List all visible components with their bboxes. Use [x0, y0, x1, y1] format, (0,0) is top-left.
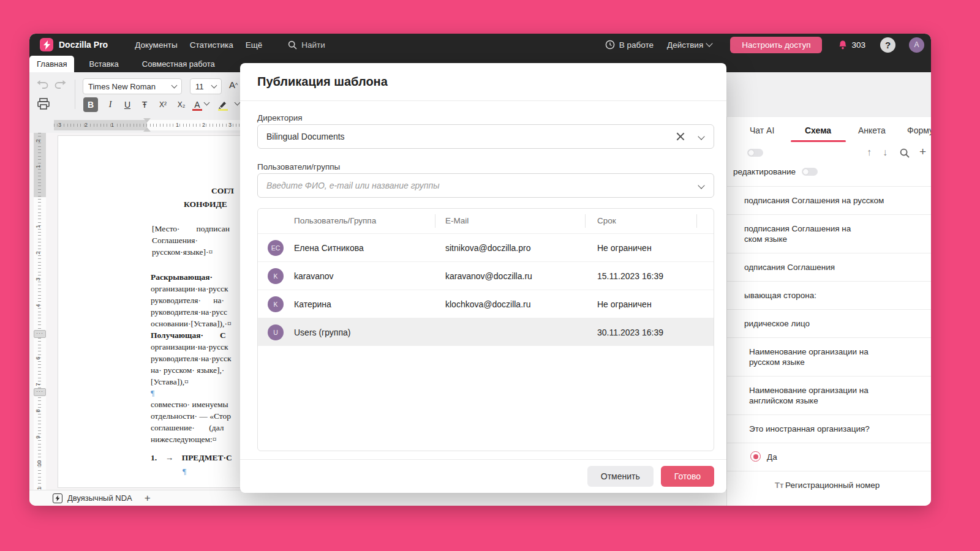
doc-text-line: [Место· подписан: [152, 224, 230, 234]
doc-text-line: Раскрывающая·: [151, 272, 213, 282]
doc-text-line: 1. → ПРЕДМЕТ·С: [151, 453, 232, 463]
italic-button[interactable]: I: [103, 97, 118, 112]
table-row[interactable]: ECЕлена Ситниковаsitnikova@doczilla.proН…: [258, 233, 714, 261]
clock-icon: [605, 40, 615, 50]
table-header: Пользователь/Группа E-Mail Срок: [258, 209, 714, 233]
ruler-number: 2: [35, 139, 41, 142]
schema-item-9[interactable]: TтРегистрационный номер: [727, 471, 931, 499]
panel-tab-3[interactable]: Формул...: [907, 126, 931, 135]
ruler-section-marker[interactable]: ···: [34, 388, 46, 396]
avatar[interactable]: A: [909, 37, 924, 53]
ruler-number: 3: [228, 122, 232, 128]
schema-item-0[interactable]: подписания Соглашения на русском: [727, 186, 931, 214]
ruler-number: 8: [35, 409, 41, 412]
doc-text-line: на· русском· языке],·: [151, 365, 224, 375]
schema-item-1[interactable]: подписания Соглашения на ском языке: [727, 214, 931, 253]
bold-button[interactable]: B: [83, 97, 98, 112]
chevron-down-icon: [698, 182, 704, 189]
user-name: karavanov: [294, 271, 435, 281]
underline-button[interactable]: U: [120, 97, 135, 112]
publish-template-modal: Публикация шаблона Директория Bilingual …: [240, 63, 726, 493]
chevron-down-icon[interactable]: [205, 102, 209, 105]
menu-item-1[interactable]: Статистика: [190, 40, 233, 50]
search-icon: [288, 40, 297, 50]
modal-header: Публикация шаблона: [240, 63, 726, 101]
ruler-ticks: [38, 133, 41, 497]
table-row[interactable]: UUsers (группа)30.11.2023 16:39: [258, 318, 714, 346]
panel-search-icon[interactable]: [900, 148, 910, 160]
ruler-number: 3: [35, 277, 41, 280]
table-row[interactable]: Kkaravanovkaravanov@doczilla.ru15.11.202…: [258, 261, 714, 290]
menu-item-2[interactable]: Ещё: [246, 40, 263, 50]
actions-menu[interactable]: Действия: [667, 40, 712, 50]
panel-tab-2[interactable]: Анкета: [858, 126, 886, 135]
col-term: Срок: [586, 214, 697, 228]
configure-access-button[interactable]: Настроить доступ: [730, 37, 822, 53]
font-family-value: Times New Roman: [88, 82, 156, 91]
redo-button[interactable]: [54, 79, 66, 89]
ribbon-tab-2[interactable]: Совместная работа: [135, 56, 222, 72]
strikethrough-button[interactable]: Ŧ: [137, 97, 152, 112]
schema-item-7[interactable]: Это иностранная организация?: [727, 414, 931, 443]
print-button[interactable]: [37, 98, 50, 110]
done-button[interactable]: Готово: [661, 466, 714, 487]
doczilla-logo-icon[interactable]: [40, 38, 53, 51]
col-user: Пользователь/Группа: [294, 214, 435, 228]
help-button[interactable]: ?: [880, 37, 895, 53]
font-size-select[interactable]: 11: [190, 78, 222, 94]
panel-tools-row: ↑ ↓ +: [727, 146, 931, 161]
search-label: Найти: [301, 40, 325, 50]
global-search[interactable]: Найти: [288, 40, 325, 50]
subscript-button[interactable]: X₂: [174, 97, 189, 112]
table-row[interactable]: KКатеринаklochkova@doczilla.ruНе огранич…: [258, 290, 714, 318]
font-color-button[interactable]: A: [190, 97, 205, 112]
document-tab-name[interactable]: Двуязычный NDA: [67, 493, 132, 503]
add-document-button[interactable]: +: [145, 492, 151, 504]
schema-item-5[interactable]: Наименование организации на русском язык…: [727, 337, 931, 376]
user-name: Катерина: [294, 299, 435, 309]
ruler-number: 2: [35, 251, 41, 254]
radio-selected-icon[interactable]: [750, 451, 761, 462]
ruler-number: 10: [36, 460, 42, 467]
superscript-button[interactable]: X²: [156, 97, 170, 112]
users-input[interactable]: Введите ФИО, e-mail или название группы: [257, 173, 714, 198]
directory-select[interactable]: Bilingual Documents: [257, 124, 714, 149]
panel-tab-1[interactable]: Схема: [805, 126, 831, 135]
user-avatar: U: [268, 324, 284, 340]
schema-item-3[interactable]: ывающая сторона:: [727, 281, 931, 309]
down-arrow-icon[interactable]: ↓: [883, 147, 888, 158]
schema-item-8[interactable]: Да: [727, 443, 931, 471]
schema-item-4[interactable]: ридическое лицо: [727, 309, 931, 337]
up-arrow-icon[interactable]: ↑: [867, 147, 872, 158]
panel-tab-0[interactable]: Чат AI: [750, 126, 774, 135]
ruler-number: 6: [35, 356, 41, 359]
doc-text-line: ¶: [183, 467, 186, 476]
ribbon-tab-0[interactable]: Главная: [29, 56, 74, 72]
panel-toggle[interactable]: [747, 149, 763, 157]
font-color-swatch: [192, 109, 202, 111]
ruler-number: 3: [58, 122, 61, 128]
schema-item-2[interactable]: одписания Соглашения: [727, 253, 931, 281]
schema-items: подписания Соглашения на русскомподписан…: [727, 186, 931, 499]
increase-font-button[interactable]: A^: [229, 80, 238, 90]
chevron-down-icon[interactable]: [235, 102, 239, 105]
menu-item-0[interactable]: Документы: [135, 40, 178, 50]
work-status[interactable]: В работе: [605, 40, 654, 50]
undo-button[interactable]: [37, 79, 49, 89]
schema-item-6[interactable]: Наименование организации на английском я…: [727, 376, 931, 414]
status-label: В работе: [619, 40, 654, 50]
panel-add-icon[interactable]: +: [919, 145, 926, 159]
indent-marker[interactable]: [143, 118, 151, 133]
clear-icon[interactable]: [676, 132, 685, 141]
cancel-button[interactable]: Отменить: [587, 466, 654, 487]
highlighter-icon: [218, 100, 228, 109]
highlight-button[interactable]: [216, 97, 230, 112]
ribbon-tab-1[interactable]: Вставка: [81, 56, 126, 72]
ruler-section-marker[interactable]: ···: [34, 330, 46, 338]
font-family-select[interactable]: Times New Roman: [83, 78, 182, 94]
notifications[interactable]: 303: [838, 40, 865, 50]
chevron-down-icon: [172, 83, 178, 89]
doc-text-line: руководителя· на·: [151, 296, 224, 305]
edit-toggle[interactable]: [802, 168, 818, 176]
text-field-icon: Tт: [775, 480, 783, 490]
